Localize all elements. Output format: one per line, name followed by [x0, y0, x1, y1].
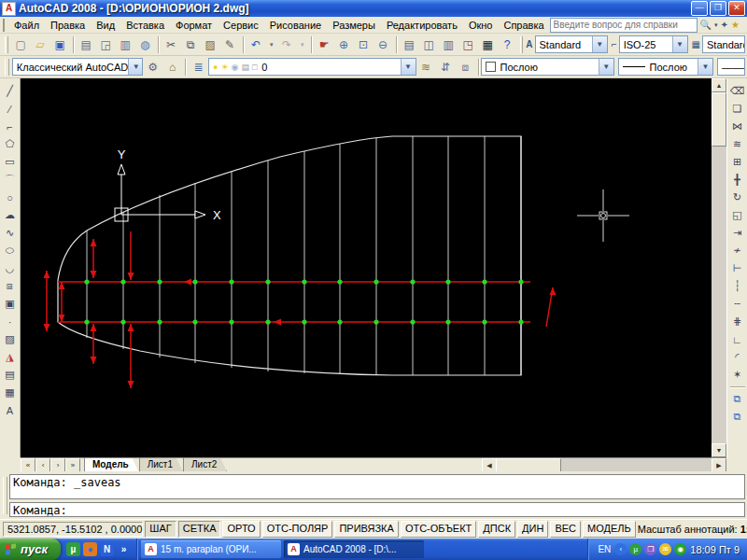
save-icon[interactable]: ▣	[50, 35, 70, 55]
arrowhead[interactable]	[274, 319, 281, 326]
menu-Файл[interactable]: Файл	[8, 18, 45, 33]
fillet-icon[interactable]: ◜	[729, 348, 746, 366]
redo-dropdown-icon[interactable]: ▾	[297, 35, 308, 55]
toggle-ДПСК[interactable]: ДПСК	[478, 521, 515, 538]
annotation-scale-value[interactable]: 1:1	[740, 524, 747, 535]
command-history[interactable]: Команда: _saveas	[9, 474, 745, 499]
node-point[interactable]	[192, 319, 197, 324]
match-properties-icon[interactable]: ✎	[220, 35, 240, 55]
arrowhead[interactable]	[44, 324, 50, 331]
node-point[interactable]	[120, 279, 125, 284]
workspace-settings-icon[interactable]: ⚙	[143, 57, 162, 77]
menu-Вид[interactable]: Вид	[91, 18, 120, 33]
toggle-МОДЕЛЬ[interactable]: МОДЕЛЬ	[583, 521, 636, 538]
horizontal-scroll-thumb[interactable]	[496, 458, 561, 472]
construction-line-icon[interactable]: ⁄	[2, 100, 19, 118]
chevron-down-icon[interactable]: ▼	[128, 59, 143, 75]
arrowhead[interactable]	[59, 282, 65, 289]
command-prompt-input[interactable]: Команда:	[9, 502, 745, 517]
color-combo[interactable]: Послою ▼	[481, 58, 613, 76]
node-point[interactable]	[157, 279, 162, 284]
join-icon[interactable]: ⋕	[729, 313, 746, 330]
tab-Модель[interactable]: Модель	[84, 458, 139, 472]
coordinates-readout[interactable]: 5321.0857, -15.5102 , 0.0000	[3, 522, 143, 537]
gradient-icon[interactable]: ◮	[2, 348, 19, 366]
language-indicator[interactable]: EN	[598, 544, 611, 554]
last-tab-button[interactable]: »	[65, 458, 80, 472]
quicklaunch-overflow-chevron[interactable]: »	[117, 542, 131, 556]
notes-icon[interactable]: N	[100, 542, 114, 556]
search-dropdown-icon[interactable]: ▾	[714, 21, 718, 29]
scroll-right-button[interactable]: ▶	[712, 458, 726, 472]
node-point[interactable]	[374, 279, 378, 284]
node-point[interactable]	[157, 319, 162, 324]
antivirus-icon[interactable]: ◉	[674, 543, 686, 555]
arrowhead[interactable]	[550, 287, 557, 295]
arrowhead[interactable]	[128, 324, 134, 331]
node-point[interactable]	[302, 319, 306, 324]
drawing-canvas[interactable]: YX	[21, 78, 712, 457]
toggle-ДИН[interactable]: ДИН	[517, 521, 548, 538]
ucs-y-arrowhead[interactable]	[118, 164, 125, 175]
restore-button[interactable]: ❐	[710, 1, 726, 16]
help-search-input[interactable]	[550, 18, 698, 33]
tab-Лист1[interactable]: Лист1	[139, 458, 183, 472]
cut-icon[interactable]: ✂	[162, 35, 181, 55]
mail-icon[interactable]: ✉	[659, 543, 671, 555]
hatch-icon[interactable]: ▨	[2, 330, 19, 348]
extend-icon[interactable]: ⊢	[729, 259, 746, 277]
layer-combo[interactable]: ●☀◉▤□ 0 ▼	[208, 58, 416, 76]
menu-Рисование[interactable]: Рисование	[264, 18, 327, 33]
rectangle-icon[interactable]: ▭	[2, 153, 19, 171]
properties-icon[interactable]: ▤	[400, 35, 419, 55]
arrowhead[interactable]	[91, 271, 97, 278]
line-icon[interactable]: ╱	[2, 82, 19, 100]
undo-icon[interactable]: ↶	[247, 35, 266, 55]
hide-icons-chevron[interactable]: ‹	[614, 543, 627, 555]
text-style-combo[interactable]: Standard ▼	[535, 35, 608, 53]
ellipse-icon[interactable]: ⬭	[2, 242, 19, 259]
chevron-down-icon[interactable]: ▼	[401, 59, 416, 75]
zoom-window-icon[interactable]: ⊡	[354, 35, 374, 55]
node-point[interactable]	[84, 319, 89, 324]
utorrent-tray-icon[interactable]: µ	[629, 543, 641, 555]
make-object-layer-current-icon[interactable]: ≋	[416, 57, 436, 77]
region-icon[interactable]: ▤	[2, 366, 19, 384]
chevron-down-icon[interactable]: ▼	[698, 59, 712, 75]
titlebar[interactable]: A AutoCAD 2008 - [D:\ОРИОН\ОРИОН 2.dwg] …	[0, 0, 747, 17]
erase-icon[interactable]: ⌫	[729, 82, 746, 100]
node-point[interactable]	[84, 279, 89, 284]
menu-Размеры[interactable]: Размеры	[327, 18, 381, 33]
layer-freeze-icon[interactable]: ☀	[220, 63, 228, 72]
rotate-icon[interactable]: ↻	[729, 189, 746, 206]
plot-preview-icon[interactable]: ◲	[96, 35, 116, 55]
new-icon[interactable]: ▢	[11, 35, 31, 55]
layer-color-swatch[interactable]: □	[252, 63, 257, 72]
zoom-realtime-icon[interactable]: ⊕	[334, 35, 354, 55]
break-icon[interactable]: ┄	[729, 295, 746, 313]
menu-Справка[interactable]: Справка	[498, 18, 549, 33]
node-point[interactable]	[410, 279, 415, 284]
insert-block-icon[interactable]: ⧈	[2, 277, 19, 295]
utorrent-icon[interactable]: µ	[66, 542, 80, 556]
arrowhead[interactable]	[44, 271, 50, 278]
table-style-combo[interactable]: Standard	[702, 35, 745, 53]
text-style-icon[interactable]: A	[526, 39, 532, 49]
draworder-back-icon[interactable]: ⧉	[729, 408, 746, 426]
copy-clip-icon[interactable]: ⧉	[181, 35, 201, 55]
toolbar-grip[interactable]	[5, 59, 9, 76]
node-point[interactable]	[445, 279, 450, 284]
arrowhead[interactable]	[184, 279, 191, 286]
undo-dropdown-icon[interactable]: ▾	[266, 35, 277, 55]
close-button[interactable]: ✕	[728, 1, 745, 16]
ucs-x-arrowhead[interactable]	[195, 211, 205, 218]
linetype-combo[interactable]: Послою ▼	[618, 58, 713, 76]
next-tab-button[interactable]: ›	[50, 458, 65, 472]
menu-Правка[interactable]: Правка	[45, 18, 91, 33]
vertical-scroll-thumb[interactable]	[712, 92, 726, 147]
communication-center-icon[interactable]: ✦	[721, 20, 728, 30]
ellipse-arc-icon[interactable]: ◡	[2, 259, 19, 277]
taskbar-task[interactable]: A15 m. paraplan (ОРИ...	[141, 540, 281, 558]
node-point[interactable]	[192, 279, 197, 284]
arrowhead[interactable]	[91, 357, 97, 364]
